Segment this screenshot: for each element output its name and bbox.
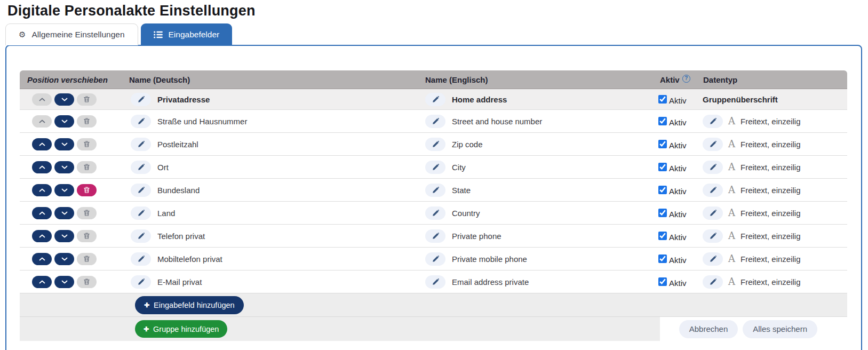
move-down-button[interactable] xyxy=(54,161,74,173)
edit-datatype-button[interactable] xyxy=(703,229,723,243)
datatype-cell: A Freitext, einzeilig xyxy=(701,229,847,243)
edit-name-en-button[interactable] xyxy=(425,138,445,151)
move-up-button[interactable] xyxy=(32,161,52,173)
edit-name-de-button[interactable] xyxy=(131,252,151,266)
name-de: Bundesland xyxy=(157,186,200,195)
name-en: Country xyxy=(452,209,480,218)
name-de-cell: Postleitzahl xyxy=(124,138,418,151)
delete-button[interactable] xyxy=(77,93,97,106)
aktiv-cell: Aktiv xyxy=(658,161,701,173)
edit-name-de-button[interactable] xyxy=(131,206,151,220)
edit-name-de-button[interactable] xyxy=(131,275,151,289)
aktiv-checkbox[interactable] xyxy=(658,95,667,104)
edit-name-de-button[interactable] xyxy=(131,138,151,151)
tab-allgemeine-einstellungen[interactable]: ⚙ Allgemeine Einstellungen xyxy=(5,23,138,45)
edit-datatype-button[interactable] xyxy=(703,252,723,266)
edit-name-en-button[interactable] xyxy=(425,115,445,128)
edit-name-de-button[interactable] xyxy=(131,229,151,243)
edit-name-de-button[interactable] xyxy=(131,93,151,106)
move-up-button[interactable] xyxy=(32,207,52,219)
delete-button[interactable] xyxy=(77,161,97,173)
text-type-icon: A xyxy=(728,116,735,126)
header-name-de: Name (Deutsch) xyxy=(124,75,418,84)
aktiv-checkbox[interactable] xyxy=(658,140,667,148)
edit-name-de-button[interactable] xyxy=(131,184,151,197)
edit-datatype-button[interactable] xyxy=(703,115,723,128)
tab-eingabefelder[interactable]: Eingabefelder xyxy=(141,23,233,46)
move-down-button[interactable] xyxy=(54,93,74,106)
position-cell xyxy=(20,93,124,106)
edit-datatype-button[interactable] xyxy=(703,138,723,151)
edit-name-en-button[interactable] xyxy=(425,93,445,106)
aktiv-label: Aktiv xyxy=(669,233,687,242)
delete-button[interactable] xyxy=(77,207,97,219)
add-group-label: Gruppe hinzufügen xyxy=(153,325,219,333)
edit-name-de-button[interactable] xyxy=(131,161,151,174)
edit-datatype-button[interactable] xyxy=(703,275,723,289)
move-up-button[interactable] xyxy=(32,230,52,242)
move-up-button[interactable] xyxy=(32,115,52,128)
datatype-cell: A Gruppenüberschrift xyxy=(701,95,847,104)
aktiv-checkbox[interactable] xyxy=(658,232,667,240)
text-type-icon: A xyxy=(728,277,735,287)
header-name-en: Name (Englisch) xyxy=(418,75,658,84)
fields-table-body: Privatadresse Home address Aktiv A Grupp… xyxy=(20,89,847,293)
move-up-button[interactable] xyxy=(32,138,52,150)
edit-datatype-button[interactable] xyxy=(703,161,723,174)
name-de: Land xyxy=(157,209,175,218)
aktiv-checkbox[interactable] xyxy=(658,254,667,263)
edit-name-en-button[interactable] xyxy=(425,252,445,266)
name-de: Straße und Hausnummer xyxy=(157,117,247,126)
aktiv-checkbox[interactable] xyxy=(658,117,667,125)
delete-button[interactable] xyxy=(77,138,97,150)
cancel-button[interactable]: Abbrechen xyxy=(679,320,738,338)
table-row: Privatadresse Home address Aktiv A Grupp… xyxy=(20,89,847,109)
help-icon[interactable]: ? xyxy=(682,75,690,83)
text-type-icon: A xyxy=(728,185,735,195)
edit-datatype-button[interactable] xyxy=(703,206,723,220)
move-down-button[interactable] xyxy=(54,138,74,150)
tab-label: Eingabefelder xyxy=(169,30,220,39)
delete-button[interactable] xyxy=(77,253,97,265)
move-down-button[interactable] xyxy=(54,276,74,288)
name-de: Privatadresse xyxy=(157,95,210,104)
move-up-button[interactable] xyxy=(32,184,52,196)
edit-name-en-button[interactable] xyxy=(425,206,445,220)
delete-button[interactable] xyxy=(77,230,97,242)
move-down-button[interactable] xyxy=(54,207,74,219)
delete-button[interactable] xyxy=(77,115,97,128)
edit-datatype-button[interactable] xyxy=(703,184,723,197)
header-aktiv-label: Aktiv xyxy=(660,75,680,84)
aktiv-checkbox[interactable] xyxy=(658,277,667,286)
name-en: State xyxy=(452,186,471,195)
edit-name-en-button[interactable] xyxy=(425,275,445,289)
name-en-cell: Country xyxy=(418,206,658,220)
text-type-icon: A xyxy=(728,139,735,149)
name-en-cell: State xyxy=(418,184,658,197)
move-up-button[interactable] xyxy=(32,93,52,106)
add-input-field-button[interactable]: ✚ Eingabefeld hinzufügen xyxy=(135,296,244,314)
edit-name-en-button[interactable] xyxy=(425,161,445,174)
move-up-button[interactable] xyxy=(32,276,52,288)
edit-name-de-button[interactable] xyxy=(131,115,151,128)
table-row: Bundesland State Aktiv A Freitext, einze… xyxy=(20,178,847,201)
move-down-button[interactable] xyxy=(54,184,74,196)
page-title: Digitale Personalakte Einstellungen xyxy=(7,3,256,19)
aktiv-label: Aktiv xyxy=(669,164,687,173)
aktiv-checkbox[interactable] xyxy=(658,186,667,194)
edit-name-en-button[interactable] xyxy=(425,184,445,197)
aktiv-checkbox[interactable] xyxy=(658,163,667,171)
tab-label: Allgemeine Einstellungen xyxy=(31,30,124,39)
delete-button[interactable] xyxy=(77,276,97,288)
move-up-button[interactable] xyxy=(32,253,52,265)
save-all-button[interactable]: Alles speichern xyxy=(743,320,817,338)
add-group-button[interactable]: ✚ Gruppe hinzufügen xyxy=(135,320,227,338)
move-down-button[interactable] xyxy=(54,253,74,265)
delete-button[interactable] xyxy=(77,184,97,196)
move-down-button[interactable] xyxy=(54,115,74,128)
aktiv-checkbox[interactable] xyxy=(658,209,667,217)
name-en: Private mobile phone xyxy=(452,254,527,264)
edit-name-en-button[interactable] xyxy=(425,229,445,243)
move-down-button[interactable] xyxy=(54,230,74,242)
name-de-cell: Telefon privat xyxy=(124,229,418,243)
